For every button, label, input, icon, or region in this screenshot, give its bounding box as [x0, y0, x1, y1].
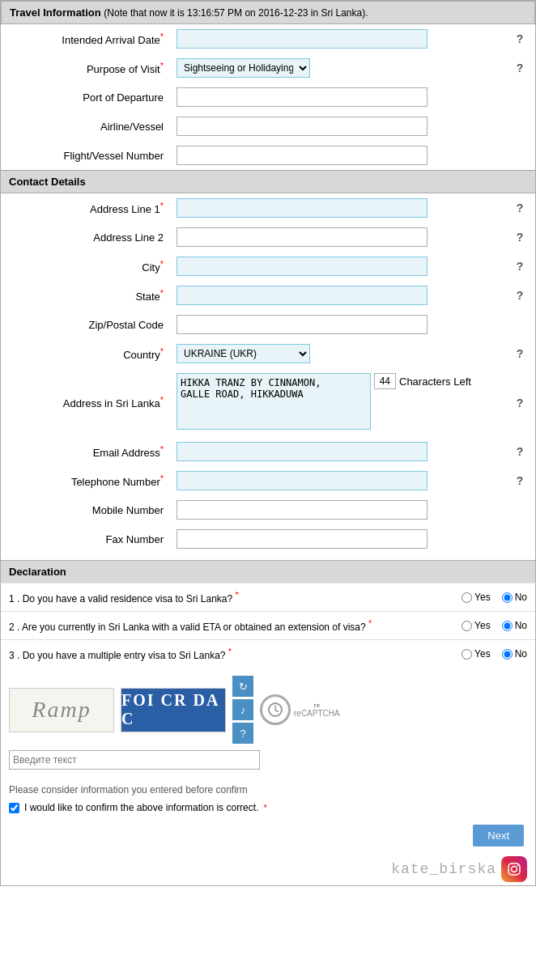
country-help[interactable]: ?	[504, 339, 535, 368]
state-cell: KYIVSKA	[170, 281, 504, 310]
city-help[interactable]: ?	[504, 252, 535, 281]
email-label: Email Address*	[1, 437, 170, 466]
instagram-icon[interactable]	[501, 856, 527, 882]
declaration-no-2[interactable]: No	[502, 620, 527, 631]
addr2-help[interactable]: ?	[504, 223, 535, 252]
travel-section-header: Travel Information (Note that now it is …	[1, 1, 535, 24]
city-input[interactable]: KYIV	[177, 257, 428, 276]
captcha-section: Ramp FOI CR DA C ↻ ♪ ? re reCAPTCHA	[1, 668, 535, 778]
captcha-text1: Ramp	[9, 688, 114, 732]
email-help[interactable]: ?	[504, 437, 535, 466]
arrival-date-help[interactable]: ?	[504, 24, 535, 53]
mobile-input[interactable]	[177, 500, 428, 520]
declaration-no-3[interactable]: No	[502, 648, 527, 660]
port-label: Port of Departure	[1, 83, 170, 112]
declaration-radio-group-3: Yes No	[462, 648, 527, 660]
sri-lanka-addr-textarea[interactable]: HIKKA TRANZ BY CINNAMON, GALLE ROAD, HIK…	[177, 373, 371, 430]
country-cell: UKRAINE (UKR)	[170, 339, 504, 368]
flight-label: Flight/Vessel Number	[1, 141, 170, 170]
chars-count: 44	[374, 373, 396, 389]
confirm-checkbox[interactable]	[9, 803, 19, 813]
addr1-cell: UL. IVANOVA, D. 2, KV. 15	[170, 193, 504, 223]
telephone-help[interactable]: ?	[504, 466, 535, 495]
fax-label: Fax Number	[1, 524, 170, 554]
declaration-yes-1[interactable]: Yes	[462, 592, 491, 603]
declaration-question-3: 3 . Do you have a multiple entry visa to…	[9, 647, 457, 661]
chars-left-label: Characters Left	[399, 375, 471, 388]
declaration-question-2: 2 . Are you currently in Sri Lanka with …	[9, 618, 457, 633]
zip-cell	[170, 310, 504, 339]
next-button[interactable]: Next	[473, 825, 524, 846]
watermark: kate_birska	[1, 851, 535, 885]
purpose-help[interactable]: ?	[504, 53, 535, 83]
purpose-cell: Sightseeing or Holidaying Business Trans…	[170, 53, 504, 83]
telephone-cell: +380931122333	[170, 466, 504, 495]
svg-point-2	[517, 865, 519, 867]
addr2-cell	[170, 223, 504, 252]
country-select[interactable]: UKRAINE (UKR)	[177, 344, 310, 363]
sri-lanka-help[interactable]: ?	[504, 368, 535, 437]
port-cell	[170, 83, 504, 112]
telephone-label: Telephone Number*	[1, 466, 170, 495]
captcha-audio-button[interactable]: ♪	[232, 699, 253, 720]
fax-cell	[170, 524, 504, 554]
addr1-help[interactable]: ?	[504, 193, 535, 223]
arrival-date-input[interactable]: 02-14-2017	[177, 29, 428, 49]
state-help[interactable]: ?	[504, 281, 535, 310]
state-label: State*	[1, 281, 170, 310]
telephone-input[interactable]: +380931122333	[177, 471, 428, 490]
confirm-text: Please consider information you entered …	[9, 784, 527, 795]
sri-lanka-addr-cell: HIKKA TRANZ BY CINNAMON, GALLE ROAD, HIK…	[170, 368, 504, 437]
captcha-text2: FOI CR DA C	[121, 688, 226, 732]
declaration-yes-2[interactable]: Yes	[462, 620, 491, 631]
city-label: City*	[1, 252, 170, 281]
purpose-label: Purpose of Visit*	[1, 53, 170, 83]
email-input[interactable]: ivan.ivanov@gmail.com	[177, 442, 428, 461]
airline-input[interactable]	[177, 117, 428, 136]
declaration-question-1: 1 . Do you have a valid residence visa t…	[9, 590, 457, 605]
declaration-row-3: 3 . Do you have a multiple entry visa to…	[1, 639, 535, 668]
addr1-label: Address Line 1*	[1, 193, 170, 223]
confirm-checkbox-label: I would like to confirm the above inform…	[24, 802, 258, 813]
contact-section-header: Contact Details	[1, 170, 535, 193]
purpose-select[interactable]: Sightseeing or Holidaying Business Trans…	[177, 58, 310, 78]
fax-input[interactable]	[177, 529, 428, 549]
addr2-label: Address Line 2	[1, 223, 170, 252]
sri-lanka-addr-label: Address in Sri Lanka*	[1, 368, 170, 437]
captcha-logo: re reCAPTCHA	[260, 694, 340, 725]
captcha-help-button[interactable]: ?	[232, 723, 253, 744]
flight-cell	[170, 141, 504, 170]
confirm-checkbox-row: I would like to confirm the above inform…	[9, 802, 527, 813]
country-label: Country*	[1, 339, 170, 368]
declaration-row-2: 2 . Are you currently in Sri Lanka with …	[1, 611, 535, 639]
zip-label: Zip/Postal Code	[1, 310, 170, 339]
svg-point-1	[512, 867, 517, 872]
confirm-section: Please consider information you entered …	[1, 778, 535, 820]
airline-cell	[170, 112, 504, 141]
mobile-label: Mobile Number	[1, 495, 170, 524]
addr1-input[interactable]: UL. IVANOVA, D. 2, KV. 15	[177, 198, 428, 218]
arrival-date-cell: 02-14-2017	[170, 24, 504, 53]
declaration-radio-group-1: Yes No	[462, 592, 527, 603]
mobile-cell	[170, 495, 504, 524]
state-input[interactable]: KYIVSKA	[177, 286, 428, 305]
airline-label: Airline/Vessel	[1, 112, 170, 141]
declaration-yes-3[interactable]: Yes	[462, 648, 491, 660]
email-cell: ivan.ivanov@gmail.com	[170, 437, 504, 466]
declaration-radio-group-2: Yes No	[462, 620, 527, 631]
captcha-input[interactable]	[9, 750, 260, 770]
declaration-no-1[interactable]: No	[502, 592, 527, 603]
arrival-date-label: Intended Arrival Date*	[1, 24, 170, 53]
flight-input[interactable]	[177, 146, 428, 165]
declaration-row-1: 1 . Do you have a valid residence visa t…	[1, 583, 535, 611]
declaration-header: Declaration	[1, 561, 535, 583]
captcha-images: Ramp FOI CR DA C ↻ ♪ ? re reCAPTCHA	[9, 676, 527, 744]
port-input[interactable]	[177, 87, 428, 107]
captcha-controls: ↻ ♪ ?	[232, 676, 253, 744]
addr2-input[interactable]	[177, 227, 428, 247]
zip-input[interactable]	[177, 315, 428, 334]
captcha-logo-text: reCAPTCHA	[294, 709, 340, 718]
captcha-logo-circle	[260, 694, 291, 725]
captcha-refresh-button[interactable]: ↻	[232, 676, 253, 697]
next-row: Next	[1, 820, 535, 851]
